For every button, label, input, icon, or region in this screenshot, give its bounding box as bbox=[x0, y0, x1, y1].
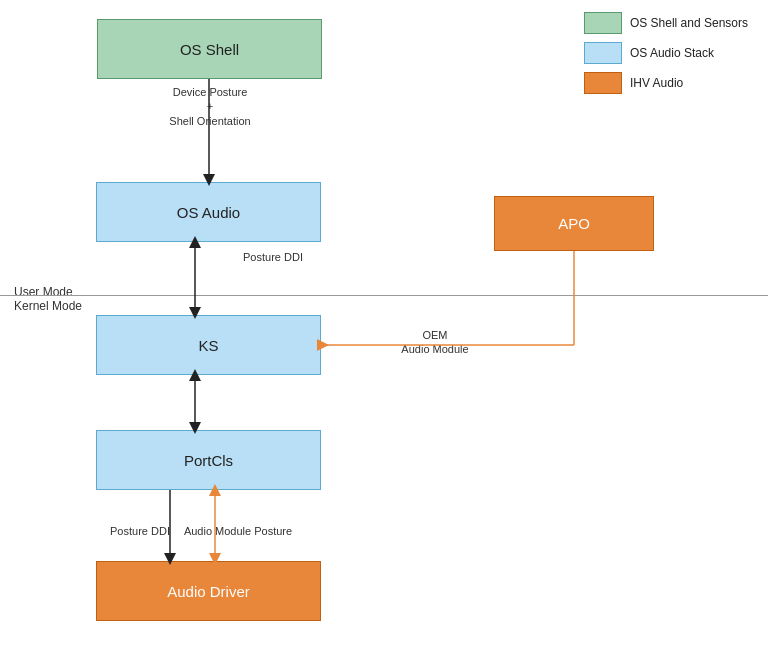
kernel-mode-label: Kernel Mode bbox=[14, 299, 82, 313]
diagram-container: OS Shell and Sensors OS Audio Stack IHV … bbox=[0, 0, 768, 661]
ks-label: KS bbox=[198, 337, 218, 354]
legend-item-orange: IHV Audio bbox=[584, 72, 748, 94]
legend-label-orange: IHV Audio bbox=[630, 76, 683, 90]
audio-driver-box: Audio Driver bbox=[96, 561, 321, 621]
posture-ddi-label-1: Posture DDI bbox=[228, 250, 318, 264]
ks-box: KS bbox=[96, 315, 321, 375]
legend-swatch-orange bbox=[584, 72, 622, 94]
legend-label-blue: OS Audio Stack bbox=[630, 46, 714, 60]
portcls-box: PortCls bbox=[96, 430, 321, 490]
mode-divider bbox=[0, 295, 768, 296]
audio-driver-label: Audio Driver bbox=[167, 583, 250, 600]
apo-box: APO bbox=[494, 196, 654, 251]
oem-audio-module-label: OEMAudio Module bbox=[380, 328, 490, 357]
portcls-label: PortCls bbox=[184, 452, 233, 469]
legend-item-green: OS Shell and Sensors bbox=[584, 12, 748, 34]
legend-swatch-green bbox=[584, 12, 622, 34]
audio-module-posture-label: Audio Module Posture bbox=[178, 524, 298, 538]
legend-swatch-blue bbox=[584, 42, 622, 64]
os-audio-box: OS Audio bbox=[96, 182, 321, 242]
legend-item-blue: OS Audio Stack bbox=[584, 42, 748, 64]
os-audio-label: OS Audio bbox=[177, 204, 240, 221]
user-mode-label: User Mode bbox=[14, 285, 73, 299]
plus-label: + bbox=[207, 100, 213, 112]
device-posture-label: Device Posture + Shell Orientation bbox=[155, 85, 265, 128]
legend-label-green: OS Shell and Sensors bbox=[630, 16, 748, 30]
os-shell-label: OS Shell bbox=[180, 41, 239, 58]
legend: OS Shell and Sensors OS Audio Stack IHV … bbox=[584, 12, 748, 94]
apo-label: APO bbox=[558, 215, 590, 232]
os-shell-box: OS Shell bbox=[97, 19, 322, 79]
posture-ddi-label-2: Posture DDI bbox=[100, 524, 180, 538]
